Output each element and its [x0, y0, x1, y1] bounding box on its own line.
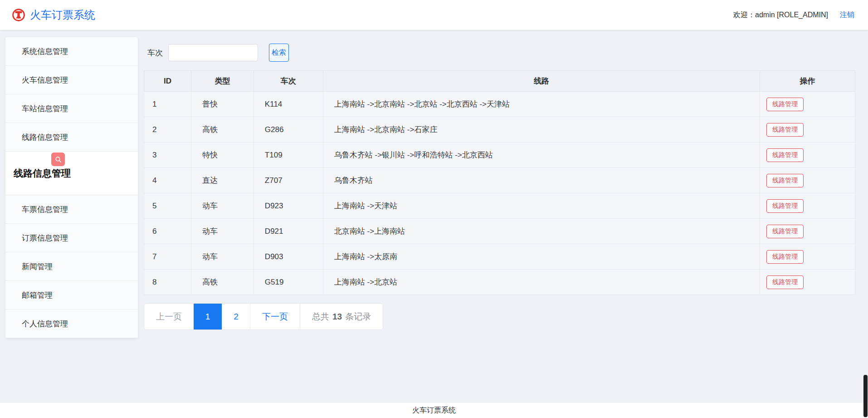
cell-actions: 线路管理 [760, 193, 855, 219]
cell-route: 北京南站 ->上海南站 [323, 219, 760, 244]
content-area: 车次 检索 ID 类型 车次 线路 操作 1普快K114上海南站 ->北京南站 … [144, 37, 855, 330]
route-manage-button[interactable]: 线路管理 [766, 275, 804, 289]
route-manage-button[interactable]: 线路管理 [766, 250, 804, 264]
total-suffix: 条记录 [345, 311, 371, 323]
sidebar-item[interactable]: 个人信息管理 [5, 310, 138, 338]
sidebar-item[interactable]: 新闻管理 [5, 252, 138, 281]
cell-route: 上海南站 ->太原南 [323, 244, 760, 270]
cell-id: 7 [144, 244, 191, 270]
cell-train-no: D923 [254, 193, 323, 219]
table-row: 4直达Z707乌鲁木齐站线路管理 [144, 168, 855, 193]
vertical-scrollbar-thumb[interactable] [863, 375, 868, 417]
table-row: 1普快K114上海南站 ->北京南站 ->北京站 ->北京西站 ->天津站线路管… [144, 92, 855, 117]
cell-type: 动车 [191, 193, 254, 219]
cell-type: 普快 [191, 92, 254, 117]
col-header-actions: 操作 [760, 71, 855, 92]
cell-type: 直达 [191, 168, 254, 193]
sidebar-item-label: 个人信息管理 [22, 319, 68, 329]
table-header-row: ID 类型 车次 线路 操作 [144, 71, 855, 92]
route-manage-button[interactable]: 线路管理 [766, 123, 804, 137]
col-header-type: 类型 [191, 71, 254, 92]
total-prefix: 总共 [312, 311, 329, 323]
pagination-next[interactable]: 下一页 [250, 304, 300, 329]
sidebar-item[interactable]: 火车信息管理 [5, 66, 138, 94]
cell-train-no: D921 [254, 219, 323, 244]
logout-link[interactable]: 注销 [840, 10, 854, 20]
cell-actions: 线路管理 [760, 219, 855, 244]
sidebar-item-active[interactable]: 线路信息管理 [5, 152, 138, 195]
sidebar-item-label: 线路信息管理 [14, 168, 71, 178]
cell-type: 高铁 [191, 117, 254, 143]
cell-actions: 线路管理 [760, 143, 855, 168]
table-row: 8高铁G519上海南站 ->北京站线路管理 [144, 270, 855, 295]
routes-table: ID 类型 车次 线路 操作 1普快K114上海南站 ->北京南站 ->北京站 … [144, 70, 855, 295]
cell-route: 乌鲁木齐站 [323, 168, 760, 193]
welcome-text: 欢迎：admin [ROLE_ADMIN] [733, 10, 828, 20]
cell-train-no: G519 [254, 270, 323, 295]
sidebar-item[interactable]: 系统信息管理 [5, 37, 138, 66]
app-footer: 火车订票系统 [0, 402, 868, 418]
cell-type: 特快 [191, 143, 254, 168]
sidebar-item-label: 订票信息管理 [22, 233, 68, 243]
cell-actions: 线路管理 [760, 270, 855, 295]
pagination-prev[interactable]: 上一页 [144, 304, 194, 329]
pagination-page-2[interactable]: 2 [222, 304, 250, 329]
cell-id: 5 [144, 193, 191, 219]
col-header-train-no: 车次 [254, 71, 323, 92]
table-row: 5动车D923上海南站 ->天津站线路管理 [144, 193, 855, 219]
sidebar-item-label: 车站信息管理 [22, 103, 68, 114]
search-form: 车次 检索 [144, 44, 855, 62]
pagination: 上一页 12 下一页 总共 13 条记录 [144, 303, 383, 330]
search-button[interactable]: 检索 [269, 44, 289, 62]
table-row: 7动车D903上海南站 ->太原南线路管理 [144, 244, 855, 270]
main-area: 系统信息管理火车信息管理车站信息管理线路信息管理线路信息管理车票信息管理订票信息… [0, 30, 868, 402]
cell-type: 动车 [191, 219, 254, 244]
footer-text: 火车订票系统 [412, 406, 456, 415]
sidebar-item[interactable]: 车票信息管理 [5, 195, 138, 224]
railway-logo-icon [12, 8, 25, 22]
cell-route: 上海南站 ->北京站 [323, 270, 760, 295]
train-no-label: 车次 [147, 48, 163, 58]
cell-train-no: T109 [254, 143, 323, 168]
cell-id: 8 [144, 270, 191, 295]
sidebar-item[interactable]: 车站信息管理 [5, 94, 138, 123]
cell-actions: 线路管理 [760, 244, 855, 270]
table-row: 3特快T109乌鲁木齐站 ->银川站 ->呼和浩特站 ->北京西站线路管理 [144, 143, 855, 168]
cell-route: 上海南站 ->北京南站 ->石家庄 [323, 117, 760, 143]
cell-actions: 线路管理 [760, 92, 855, 117]
sidebar-item-label: 车票信息管理 [22, 204, 68, 215]
sidebar-item-label: 邮箱管理 [22, 290, 53, 300]
sidebar-item[interactable]: 线路信息管理 [5, 123, 138, 152]
brand: 火车订票系统 [12, 8, 95, 22]
cell-type: 动车 [191, 244, 254, 270]
cell-train-no: K114 [254, 92, 323, 117]
app-header: 火车订票系统 欢迎：admin [ROLE_ADMIN] 注销 [0, 0, 868, 30]
cell-train-no: Z707 [254, 168, 323, 193]
route-manage-button[interactable]: 线路管理 [766, 225, 804, 238]
record-count: 13 [332, 312, 342, 322]
route-manage-button[interactable]: 线路管理 [766, 148, 804, 162]
routes-table-body: 1普快K114上海南站 ->北京南站 ->北京站 ->北京西站 ->天津站线路管… [144, 92, 855, 295]
pagination-total: 总共 13 条记录 [300, 304, 383, 329]
route-manage-button[interactable]: 线路管理 [766, 98, 804, 111]
search-icon [51, 152, 65, 166]
cell-actions: 线路管理 [760, 117, 855, 143]
cell-route: 乌鲁木齐站 ->银川站 ->呼和浩特站 ->北京西站 [323, 143, 760, 168]
pagination-page-1[interactable]: 1 [194, 304, 222, 329]
table-row: 2高铁G286上海南站 ->北京南站 ->石家庄线路管理 [144, 117, 855, 143]
cell-train-no: D903 [254, 244, 323, 270]
train-no-input[interactable] [168, 44, 258, 61]
table-row: 6动车D921北京南站 ->上海南站线路管理 [144, 219, 855, 244]
route-manage-button[interactable]: 线路管理 [766, 174, 804, 187]
cell-id: 1 [144, 92, 191, 117]
sidebar-item[interactable]: 邮箱管理 [5, 281, 138, 310]
cell-route: 上海南站 ->天津站 [323, 193, 760, 219]
route-manage-button[interactable]: 线路管理 [766, 199, 804, 213]
sidebar-item-label: 火车信息管理 [22, 75, 68, 85]
col-header-id: ID [144, 71, 191, 92]
sidebar-item[interactable]: 订票信息管理 [5, 224, 138, 252]
cell-train-no: G286 [254, 117, 323, 143]
cell-route: 上海南站 ->北京南站 ->北京站 ->北京西站 ->天津站 [323, 92, 760, 117]
sidebar-item-label: 线路信息管理 [22, 132, 68, 143]
sidebar: 系统信息管理火车信息管理车站信息管理线路信息管理线路信息管理车票信息管理订票信息… [5, 37, 138, 338]
